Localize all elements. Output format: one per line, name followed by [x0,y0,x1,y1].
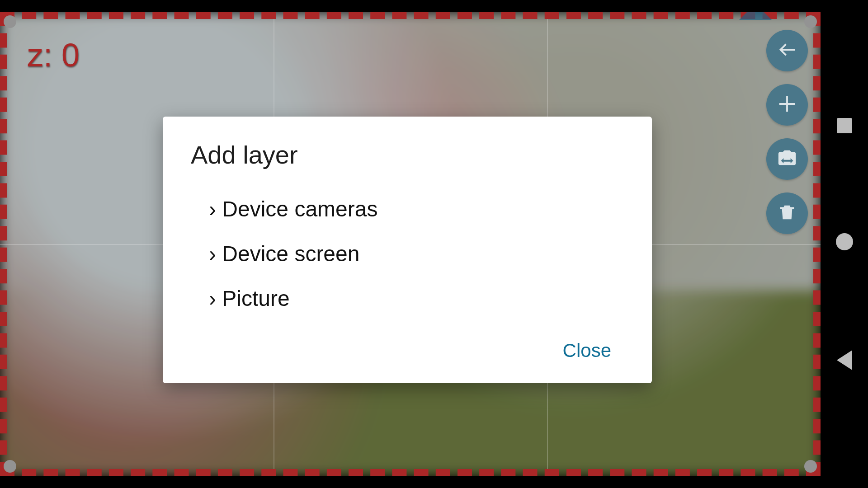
canvas-wrap: z: 0 [0,0,821,488]
dialog-title: Add layer [191,140,624,169]
app-stage: z: 0 [0,0,868,488]
dialog-actions: Close [191,334,624,367]
close-button[interactable]: Close [550,334,624,367]
option-picture[interactable]: Picture [191,276,624,321]
android-navbar [821,0,868,488]
nav-back-button[interactable] [837,350,852,370]
letterbox-bottom [0,476,821,488]
nav-home-button[interactable] [836,233,853,250]
option-device-cameras[interactable]: Device cameras [191,187,624,231]
nav-recent-button[interactable] [837,118,852,133]
dialog-options: Device cameras Device screen Picture [191,187,624,321]
letterbox-top [0,0,821,12]
editor-viewport[interactable]: z: 0 [0,12,821,476]
add-layer-dialog: Add layer Device cameras Device screen P… [163,117,652,383]
option-device-screen[interactable]: Device screen [191,231,624,276]
